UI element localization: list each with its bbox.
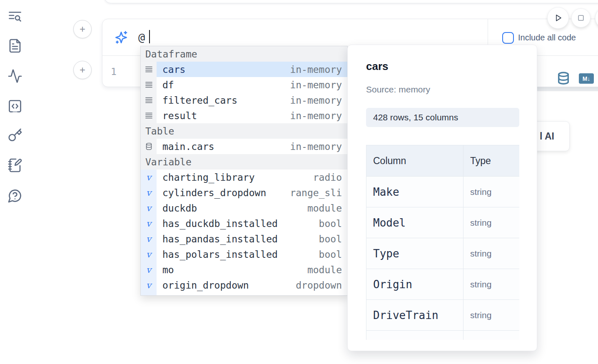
autocomplete-item[interactable]: main.carsin-memory <box>141 139 347 154</box>
sparkles-icon <box>113 30 129 45</box>
autocomplete-item-body: has_polars_installedbool <box>157 247 347 262</box>
snippets-icon[interactable] <box>7 99 22 114</box>
variable-icon: v <box>141 216 157 231</box>
autocomplete-item-body: origin_dropdowndropdown <box>157 277 347 293</box>
activity-icon[interactable] <box>7 69 22 84</box>
column-type: string <box>463 300 520 331</box>
item-type: bool <box>319 249 342 260</box>
include-all-code-checkbox[interactable] <box>502 32 514 44</box>
item-name: cylinders_dropdown <box>162 187 266 198</box>
column-type: string <box>463 269 520 300</box>
item-type: module <box>307 203 342 214</box>
column-type: string <box>463 207 520 238</box>
item-name: cars <box>162 64 185 75</box>
item-name: mo <box>162 264 174 275</box>
autocomplete-item-body: has_duckdb_installedbool <box>157 216 347 231</box>
autocomplete-item[interactable]: carsin-memory <box>141 62 347 77</box>
add-cell-button-top[interactable]: + <box>73 20 92 38</box>
autocomplete-item[interactable]: vhas_polars_installedbool <box>141 247 347 262</box>
schema-header-row: ColumnType <box>366 145 520 177</box>
ai-prompt-input[interactable]: @ <box>138 31 145 44</box>
text-caret <box>149 30 150 43</box>
item-type: bool <box>319 234 342 244</box>
autocomplete-item-body: cylinders_dropdownrange_sli <box>157 185 347 200</box>
schema-row: DriveTrainstring <box>366 300 520 331</box>
item-name: df <box>162 80 174 90</box>
autocomplete-item[interactable]: vcharting_libraryradio <box>141 170 347 185</box>
autocomplete-section-header: Table <box>141 123 347 139</box>
column-name: Type <box>366 238 463 269</box>
item-type: module <box>307 295 342 296</box>
schema-row: Makestring <box>366 177 520 207</box>
item-type: in-memory <box>290 95 342 106</box>
autocomplete-item[interactable]: vhas_pandas_installedbool <box>141 231 347 247</box>
item-type: range_sli <box>290 187 342 198</box>
autocomplete-item-body: filtered_carsin-memory <box>157 92 347 108</box>
run-cell-button[interactable] <box>547 7 569 29</box>
schema-table-wrap: ColumnTypeMakestringModelstringTypestrin… <box>366 145 519 340</box>
autocomplete-item-body: charting_libraryradio <box>157 170 347 185</box>
ai-button-label: l AI <box>540 131 554 142</box>
variable-icon: v <box>141 277 157 293</box>
notebook-pen-icon[interactable] <box>7 158 22 173</box>
add-cell-button-bottom[interactable]: + <box>73 61 92 79</box>
schema-row: Typestring <box>366 238 520 269</box>
markdown-icon[interactable]: M↓ <box>579 73 594 84</box>
column-type: string <box>463 177 520 207</box>
previous-cell-edge <box>104 0 598 3</box>
autocomplete-dropdown: Dataframecarsin-memorydfin-memoryfiltere… <box>140 46 348 296</box>
item-type: in-memory <box>290 64 342 75</box>
item-type: in-memory <box>290 141 342 152</box>
item-name: main.cars <box>162 141 214 152</box>
autocomplete-item[interactable]: vduckdbmodule <box>141 200 347 216</box>
preview-shape-badge: 428 rows, 15 columns <box>366 108 519 127</box>
database-toolbar-icon[interactable] <box>556 71 571 85</box>
item-name: charting_library <box>162 172 255 183</box>
item-type: radio <box>313 172 342 183</box>
column-name: Model <box>366 207 463 238</box>
schema-table: ColumnTypeMakestringModelstringTypestrin… <box>366 145 519 340</box>
schema-header-cell: Column <box>366 145 463 177</box>
autocomplete-item[interactable]: dfin-memory <box>141 77 347 92</box>
variable-icon: v <box>141 200 157 216</box>
database-icon <box>141 139 157 154</box>
item-type: module <box>307 264 342 275</box>
key-icon[interactable] <box>7 128 22 143</box>
dataframe-icon <box>141 77 157 92</box>
item-name: filtered_cars <box>162 95 237 106</box>
dataframe-preview-card: cars Source: memory 428 rows, 15 columns… <box>347 45 537 351</box>
variable-icon: v <box>141 247 157 262</box>
plus-icon: + <box>80 24 85 34</box>
column-type: string <box>463 238 520 269</box>
autocomplete-item[interactable]: vpdmodule <box>141 293 347 296</box>
variable-icon: v <box>141 170 157 185</box>
item-name: pd <box>162 295 174 296</box>
autocomplete-item[interactable]: filtered_carsin-memory <box>141 92 347 108</box>
plus-icon: + <box>80 65 85 75</box>
autocomplete-item[interactable]: vhas_duckdb_installedbool <box>141 216 347 231</box>
variable-icon: v <box>141 231 157 247</box>
autocomplete-item[interactable]: vcylinders_dropdownrange_sli <box>141 185 347 200</box>
variable-icon: v <box>141 185 157 200</box>
autocomplete-item-body: momodule <box>157 262 347 277</box>
schema-row-partial <box>366 331 520 340</box>
autocomplete-item-body: resultin-memory <box>157 108 347 123</box>
autocomplete-item[interactable]: vorigin_dropdowndropdown <box>141 277 347 293</box>
item-name: origin_dropdown <box>162 280 249 291</box>
item-name: result <box>162 110 197 121</box>
item-type: in-memory <box>290 80 342 90</box>
item-type: dropdown <box>296 280 342 291</box>
text-search-icon[interactable] <box>7 9 22 24</box>
line-number: 1 <box>111 56 117 87</box>
file-text-icon[interactable] <box>7 38 22 53</box>
autocomplete-item-body: pdmodule <box>157 293 347 296</box>
marimo-notebook: + + @ Include all code 1 M↓ <box>0 0 598 364</box>
autocomplete-item-body: carsin-memory <box>157 62 347 77</box>
variable-icon: v <box>141 262 157 277</box>
autocomplete-item[interactable]: resultin-memory <box>141 108 347 123</box>
autocomplete-item[interactable]: vmomodule <box>141 262 347 277</box>
autocomplete-item-body: has_pandas_installedbool <box>157 231 347 247</box>
stop-button[interactable] <box>571 8 591 27</box>
help-chat-icon[interactable] <box>7 188 22 203</box>
item-type: in-memory <box>290 110 342 121</box>
